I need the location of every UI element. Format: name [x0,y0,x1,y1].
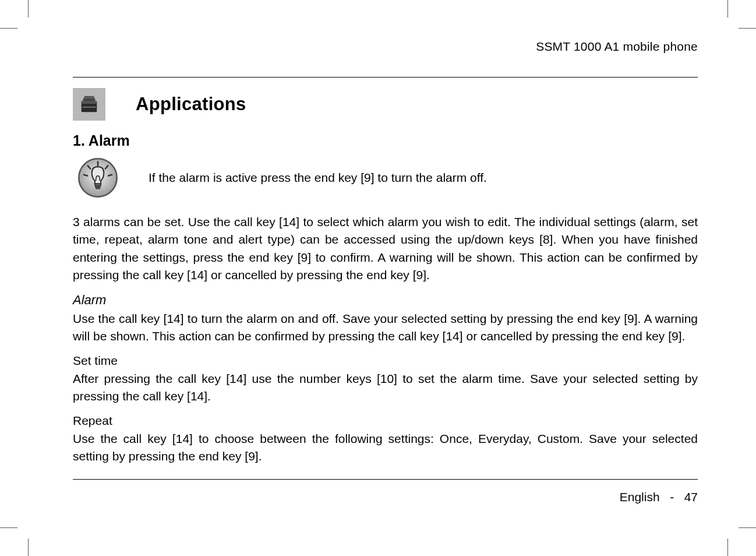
lightbulb-tip-icon [73,153,123,203]
svg-line-9 [84,175,87,176]
svg-rect-4 [83,107,96,108]
subsection-body-settime: After pressing the call key [14] use the… [73,370,698,406]
crop-mark [0,527,17,528]
intro-paragraph: 3 alarms can be set. Use the call key [1… [73,213,698,284]
subsection-body-alarm: Use the call key [14] to turn the alarm … [73,310,698,346]
crop-mark [0,28,17,29]
subsection-body-repeat: Use the call key [14] to choose between … [73,430,698,466]
subsection-heading-alarm: Alarm [73,293,698,308]
footer-separator: - [670,490,674,504]
crop-mark [28,539,29,556]
header-rule [73,77,698,78]
section-title: 1. Alarm [73,132,698,149]
page-footer: English - 47 [73,479,698,504]
footer-page-number: 47 [684,490,698,504]
footer-language: English [620,490,660,504]
svg-rect-13 [96,187,100,189]
svg-rect-1 [82,101,97,104]
page-content: SSMT 1000 A1 mobile phone Applications 1… [73,40,698,473]
chapter-title: Applications [136,94,246,115]
crop-mark [727,0,728,17]
crop-mark [28,0,29,17]
crop-mark [739,527,756,528]
crop-mark [727,539,728,556]
device-name: SSMT 1000 A1 mobile phone [73,40,698,54]
tip-row: If the alarm is active press the end key… [73,153,698,203]
chapter-row: Applications [73,88,698,121]
svg-rect-2 [83,98,96,101]
svg-line-10 [108,175,112,176]
applications-icon [73,88,105,121]
crop-mark [739,28,756,29]
subsection-heading-repeat: Repeat [73,414,698,428]
svg-rect-3 [84,96,94,98]
tip-text: If the alarm is active press the end key… [149,171,487,185]
subsection-heading-settime: Set time [73,354,698,368]
